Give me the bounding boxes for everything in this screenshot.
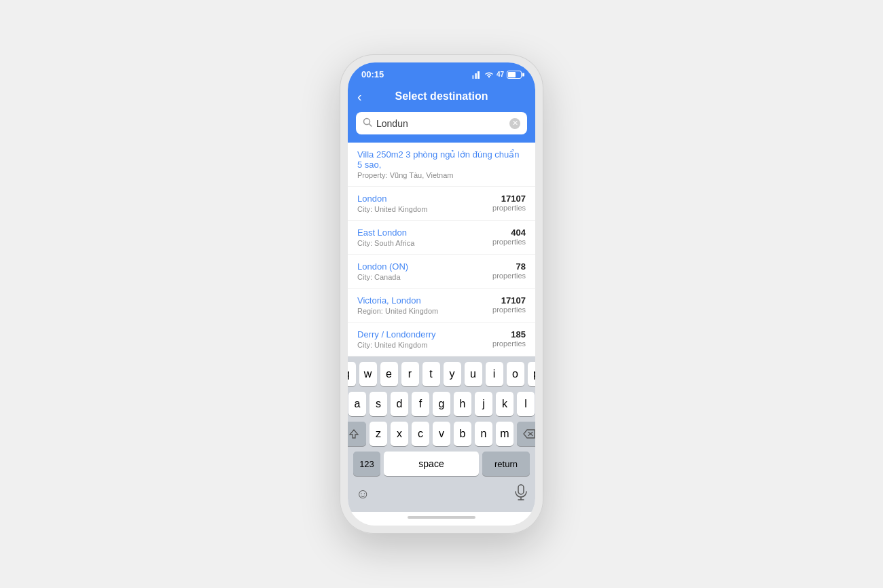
result-props-derry: properties <box>492 339 526 348</box>
key-z[interactable]: z <box>370 422 387 446</box>
result-sub-victoria: Region: United Kingdom <box>357 307 438 315</box>
results-list: Villa 250m2 3 phòng ngủ lớn đúng chuẩn 5… <box>348 143 535 356</box>
key-k[interactable]: k <box>496 392 513 416</box>
backspace-key[interactable] <box>517 422 535 446</box>
result-item-london[interactable]: London City: United Kingdom 17107 proper… <box>348 187 535 221</box>
battery-icon <box>507 71 522 79</box>
key-g[interactable]: g <box>433 392 450 416</box>
result-count-london-on: 78 <box>492 261 526 272</box>
result-count-london: 17107 <box>492 194 526 204</box>
battery-level: 47 <box>497 71 504 78</box>
key-y[interactable]: y <box>444 362 461 386</box>
mic-icon[interactable] <box>515 484 527 504</box>
result-sub-east-london: City: South Africa <box>357 239 414 247</box>
key-q[interactable]: q <box>348 362 356 386</box>
num-key[interactable]: 123 <box>353 452 380 476</box>
top-nav: ‹ Select destination <box>348 85 535 112</box>
result-sub-london-on: City: Canada <box>357 273 408 281</box>
keyboard-row-1: q w e r t y u i o p <box>350 362 533 386</box>
emoji-icon[interactable]: ☺ <box>356 486 370 502</box>
key-u[interactable]: u <box>465 362 482 386</box>
phone-frame: 00:15 47 <box>340 54 543 534</box>
result-name-east-london: East London <box>357 227 414 238</box>
status-bar: 00:15 47 <box>348 62 535 85</box>
result-name-london: London <box>357 194 427 204</box>
keyboard-bottom: ☺ <box>350 481 533 509</box>
key-r[interactable]: r <box>401 362 419 386</box>
key-j[interactable]: j <box>475 392 492 416</box>
status-time: 00:15 <box>361 69 384 79</box>
svg-rect-1 <box>475 73 477 79</box>
key-x[interactable]: x <box>391 422 408 446</box>
svg-rect-0 <box>472 75 474 79</box>
shift-key[interactable] <box>348 422 366 446</box>
result-props-east-london: properties <box>492 238 526 246</box>
clear-button[interactable]: ✕ <box>509 118 520 129</box>
result-props-london: properties <box>492 204 526 212</box>
result-item-london-on[interactable]: London (ON) City: Canada 78 properties <box>348 255 535 289</box>
search-bar[interactable]: Londun ✕ <box>356 112 527 134</box>
key-b[interactable]: b <box>454 422 471 446</box>
result-props-victoria: properties <box>492 306 526 314</box>
key-e[interactable]: e <box>380 362 398 386</box>
result-count-victoria: 17107 <box>492 295 526 306</box>
back-button[interactable]: ‹ <box>357 89 362 105</box>
result-item-villa[interactable]: Villa 250m2 3 phòng ngủ lớn đúng chuẩn 5… <box>348 143 535 187</box>
result-sub-london: City: United Kingdom <box>357 205 427 213</box>
result-name-victoria: Victoria, London <box>357 295 438 306</box>
keyboard-row-3: z x c v b n m <box>350 422 533 446</box>
key-c[interactable]: c <box>412 422 429 446</box>
svg-rect-7 <box>518 485 524 494</box>
key-l[interactable]: l <box>517 392 535 416</box>
result-count-east-london: 404 <box>492 227 526 238</box>
key-o[interactable]: o <box>507 362 524 386</box>
result-props-london-on: properties <box>492 272 526 280</box>
result-item-derry[interactable]: Derry / Londonderry City: United Kingdom… <box>348 323 535 356</box>
key-h[interactable]: h <box>454 392 471 416</box>
result-sub-derry: City: United Kingdom <box>357 341 436 349</box>
key-s[interactable]: s <box>370 392 387 416</box>
key-a[interactable]: a <box>348 392 366 416</box>
result-count-derry: 185 <box>492 329 526 339</box>
search-text[interactable]: Londun <box>376 118 505 129</box>
result-name-derry: Derry / Londonderry <box>357 329 436 339</box>
key-m[interactable]: m <box>496 422 513 446</box>
keyboard-row-2: a s d f g h j k l <box>350 392 533 416</box>
key-n[interactable]: n <box>475 422 492 446</box>
result-item-victoria[interactable]: Victoria, London Region: United Kingdom … <box>348 289 535 323</box>
result-name-villa: Villa 250m2 3 phòng ngủ lớn đúng chuẩn 5… <box>357 149 526 170</box>
key-f[interactable]: f <box>412 392 429 416</box>
keyboard-row-4: 123 space return <box>350 452 533 476</box>
phone-screen: 00:15 47 <box>348 62 535 526</box>
signal-icon <box>472 71 482 79</box>
keyboard: q w e r t y u i o p a s d f g h j k <box>348 356 535 512</box>
status-icons: 47 <box>472 71 522 79</box>
key-i[interactable]: i <box>486 362 503 386</box>
key-p[interactable]: p <box>528 362 536 386</box>
svg-line-4 <box>370 124 372 127</box>
result-sub-villa: Property: Vũng Tàu, Vietnam <box>357 171 526 179</box>
home-indicator <box>408 516 475 519</box>
home-bar <box>348 512 535 526</box>
wifi-icon <box>484 71 494 79</box>
search-icon <box>363 117 372 129</box>
key-d[interactable]: d <box>391 392 408 416</box>
search-container: Londun ✕ <box>348 112 535 143</box>
return-key[interactable]: return <box>482 452 530 476</box>
result-item-east-london[interactable]: East London City: South Africa 404 prope… <box>348 221 535 255</box>
svg-rect-2 <box>477 71 480 79</box>
key-v[interactable]: v <box>433 422 450 446</box>
key-t[interactable]: t <box>422 362 440 386</box>
space-key[interactable]: space <box>384 452 479 476</box>
nav-title: Select destination <box>395 90 488 103</box>
result-name-london-on: London (ON) <box>357 261 408 272</box>
key-w[interactable]: w <box>359 362 377 386</box>
